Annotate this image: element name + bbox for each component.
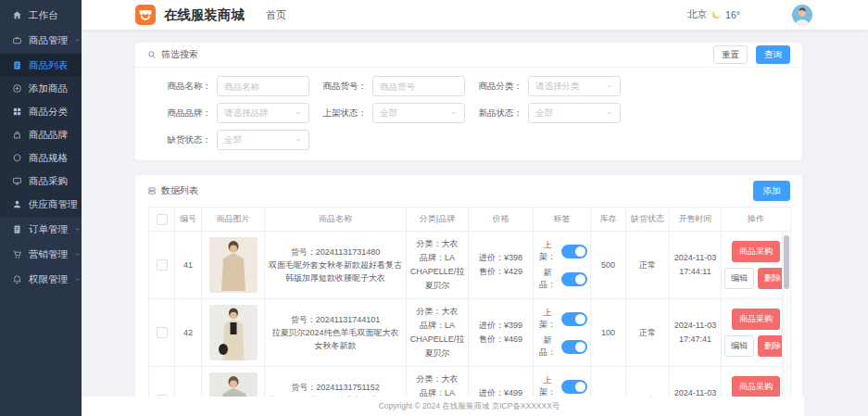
data-list-header: 数据列表 添加 xyxy=(135,175,802,207)
shop-logo-icon xyxy=(135,5,156,25)
new-toggle-label: 新品： xyxy=(536,334,559,359)
new-toggle[interactable] xyxy=(561,272,587,286)
product-table: 编号 商品图片 商品名称 分类|品牌 价格 标签 库存 缺货状态 开售时间 操作 xyxy=(148,207,791,416)
select-placeholder: 请选择分类 xyxy=(535,81,580,93)
filter-row-3: 缺货状态： 全部 xyxy=(135,130,802,150)
chevron-down-icon xyxy=(74,226,81,233)
row-checkbox[interactable] xyxy=(157,327,168,338)
sidebar-item-label: 供应商管理 xyxy=(29,198,78,211)
sidebar-item-label: 商品规格 xyxy=(29,152,68,165)
row-sale-price: 售价：¥429 xyxy=(472,265,530,279)
row-brand: 品牌：LA CHAPELLE/拉夏贝尔 xyxy=(409,251,465,293)
field-product-sku: 商品货号： xyxy=(309,76,465,96)
product-sku-label: 商品货号： xyxy=(309,81,372,93)
new-toggle-label: 新品： xyxy=(536,267,559,291)
col-tags: 标签 xyxy=(534,208,591,232)
sidebar-item-product-category[interactable]: 商品分类 xyxy=(0,100,82,123)
row-name-cell: 货号：20241131731480 双面毛呢外套女秋冬新款超好看复古韩版加厚短款… xyxy=(265,232,407,299)
col-image: 商品图片 xyxy=(202,208,265,232)
row-sale-date: 2024-11-03 xyxy=(673,319,718,333)
row-select-cell xyxy=(149,232,175,299)
sidebar: 工作台 商品管理 商品列表 添加商品 商品分类 商品品牌 xyxy=(0,0,82,416)
shelf-toggle[interactable] xyxy=(561,380,587,394)
user-icon xyxy=(12,199,22,209)
shelf-status-label: 上架状态： xyxy=(309,107,372,120)
sidebar-item-order-management[interactable]: 订单管理 xyxy=(0,217,82,242)
row-tags-cell: 上架： 新品： xyxy=(534,299,591,367)
sidebar-item-marketing-management[interactable]: 营销管理 xyxy=(0,242,82,267)
chevron-up-icon xyxy=(74,37,81,44)
home-icon xyxy=(12,10,22,20)
row-purchase-price: 进价：¥399 xyxy=(472,319,530,333)
product-brand-label: 商品品牌： xyxy=(135,107,217,120)
shelf-toggle[interactable] xyxy=(561,245,587,258)
sidebar-item-product-list[interactable]: 商品列表 xyxy=(0,54,82,77)
row-stock: 100 xyxy=(591,299,626,367)
moon-icon xyxy=(711,9,722,20)
row-actions-cell: 商品采购 编辑 删除 xyxy=(722,299,791,367)
col-name: 商品名称 xyxy=(265,208,407,232)
product-name-input[interactable] xyxy=(217,76,309,96)
sidebar-item-permission-management[interactable]: 权限管理 xyxy=(0,267,82,292)
sidebar-item-workbench[interactable]: 工作台 xyxy=(0,3,82,28)
sidebar-item-product-procurement[interactable]: 商品采购 xyxy=(0,170,82,193)
row-sale-time-cell: 2024-11-03 17:47:41 xyxy=(670,299,722,367)
product-category-select[interactable]: 请选择分类 xyxy=(528,76,621,96)
bell-icon xyxy=(12,274,22,284)
new-toggle[interactable] xyxy=(561,340,587,354)
reset-button[interactable]: 重置 xyxy=(713,45,748,64)
product-image xyxy=(209,237,258,293)
row-sale-clock: 17:44:11 xyxy=(673,265,718,279)
page-body: 筛选搜索 重置 查询 商品名称： 商品货号： xyxy=(82,30,868,416)
select-placeholder: 请选择品牌 xyxy=(224,107,269,120)
purchase-button[interactable]: 商品采购 xyxy=(732,309,780,330)
select-all-checkbox[interactable] xyxy=(157,214,168,225)
sidebar-item-supplier-management[interactable]: 供应商管理 xyxy=(0,193,82,216)
product-sku-input[interactable] xyxy=(372,76,465,96)
data-list-title: 数据列表 xyxy=(147,184,198,197)
filter-row-2: 商品品牌： 请选择品牌 上架状态： 全部 xyxy=(135,103,802,123)
sidebar-item-label: 订单管理 xyxy=(29,223,68,236)
filter-buttons: 重置 查询 xyxy=(713,45,790,64)
shelf-toggle[interactable] xyxy=(561,312,587,326)
select-placeholder: 全部 xyxy=(380,107,397,120)
oos-status-select[interactable]: 全部 xyxy=(217,130,309,150)
table-scrollbar-track[interactable] xyxy=(782,232,789,397)
top-header: 在线服装商城 首页 北京 16° xyxy=(82,0,868,30)
sidebar-item-label: 商品列表 xyxy=(29,59,68,72)
row-sale-price: 售价：¥469 xyxy=(472,333,530,347)
monitor-icon xyxy=(12,176,22,186)
add-button[interactable]: 添加 xyxy=(753,181,790,201)
row-checkbox[interactable] xyxy=(157,259,168,271)
purchase-button[interactable]: 商品采购 xyxy=(732,376,780,397)
sidebar-item-product-spec[interactable]: 商品规格 xyxy=(0,146,82,170)
nav-home-link[interactable]: 首页 xyxy=(266,8,286,22)
table-scrollbar-thumb[interactable] xyxy=(784,235,789,289)
chevron-down-icon xyxy=(606,82,613,90)
query-button[interactable]: 查询 xyxy=(756,45,790,64)
row-category-cell: 分类：大衣 品牌：LA CHAPELLE/拉夏贝尔 xyxy=(407,232,469,299)
purchase-button[interactable]: 商品采购 xyxy=(732,241,780,262)
edit-button[interactable]: 编辑 xyxy=(724,268,754,289)
avatar[interactable] xyxy=(792,5,812,25)
field-product-category: 商品分类： 请选择分类 xyxy=(465,76,621,96)
shelf-status-select[interactable]: 全部 xyxy=(372,103,465,123)
filter-card-header: 筛选搜索 重置 查询 xyxy=(135,43,802,68)
row-sale-date: 2024-11-03 xyxy=(673,251,718,265)
hexagon-icon xyxy=(12,153,22,163)
sidebar-item-add-product[interactable]: 添加商品 xyxy=(0,77,82,100)
row-category: 分类：大衣 xyxy=(409,372,465,386)
search-icon xyxy=(147,50,157,59)
sidebar-item-product-brand[interactable]: 商品品牌 xyxy=(0,123,82,146)
product-brand-select[interactable]: 请选择品牌 xyxy=(217,103,309,123)
edit-button[interactable]: 编辑 xyxy=(724,335,754,357)
table-row: 42 货号：20241131744101 拉夏贝尔2024纯色羊毛双面呢大衣女秋… xyxy=(149,299,791,367)
row-tags-cell: 上架： 新品： xyxy=(534,232,591,299)
col-id: 编号 xyxy=(175,208,202,232)
row-sale-clock: 17:47:41 xyxy=(673,333,718,347)
row-image-cell xyxy=(202,299,265,367)
sidebar-item-goods-management[interactable]: 商品管理 xyxy=(0,28,82,53)
shelf-toggle-label: 上架： xyxy=(536,307,559,331)
new-status-select[interactable]: 全部 xyxy=(528,103,621,123)
sidebar-item-label: 商品管理 xyxy=(29,34,68,47)
